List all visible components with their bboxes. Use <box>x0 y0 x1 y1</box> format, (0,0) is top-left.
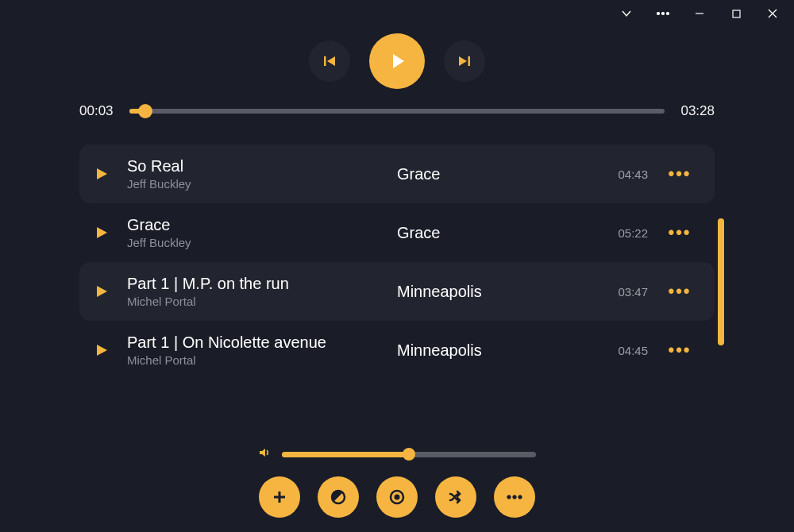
track-artist: Jeff Buckley <box>127 177 381 191</box>
total-time: 03:28 <box>680 103 715 119</box>
playlist: So Real Jeff Buckley Grace 04:43 ••• Gra… <box>79 145 715 421</box>
volume-thumb[interactable] <box>403 448 415 461</box>
play-button[interactable] <box>369 33 425 89</box>
svg-rect-7 <box>324 56 326 66</box>
shuffle-button[interactable] <box>435 476 476 518</box>
track-title: Grace <box>127 216 381 234</box>
track-more-button[interactable]: ••• <box>664 164 696 184</box>
effects-button[interactable] <box>318 476 359 518</box>
dropdown-button[interactable] <box>608 0 645 27</box>
seek-thumb[interactable] <box>138 104 152 118</box>
track-more-button[interactable]: ••• <box>664 222 696 243</box>
seek-track[interactable] <box>129 109 665 114</box>
svg-rect-10 <box>468 56 471 66</box>
next-button[interactable] <box>444 40 485 82</box>
play-icon[interactable] <box>92 167 111 181</box>
add-button[interactable] <box>259 476 300 518</box>
elapsed-time: 00:03 <box>79 103 114 119</box>
svg-marker-12 <box>97 168 107 179</box>
track-artist: Jeff Buckley <box>127 236 381 249</box>
svg-marker-11 <box>459 56 467 66</box>
svg-point-23 <box>518 495 522 499</box>
scrollbar-thumb[interactable] <box>718 218 724 345</box>
svg-marker-13 <box>97 227 107 238</box>
track-more-button[interactable]: ••• <box>664 281 696 302</box>
track-album: Minneapolis <box>397 283 602 301</box>
svg-point-20 <box>395 495 400 500</box>
bottom-toolbar <box>0 476 794 518</box>
window-close-button[interactable] <box>754 0 791 27</box>
track-duration: 03:47 <box>618 285 648 299</box>
play-icon[interactable] <box>92 343 111 357</box>
track-title: So Real <box>127 157 381 175</box>
window-minimize-button[interactable] <box>681 0 718 27</box>
app-menu-button[interactable] <box>645 0 681 27</box>
svg-rect-4 <box>733 10 740 17</box>
more-button[interactable] <box>494 476 535 518</box>
track-album: Grace <box>397 165 602 183</box>
window-titlebar <box>0 0 794 27</box>
seek-bar: 00:03 03:28 <box>79 103 715 119</box>
svg-point-1 <box>662 13 665 15</box>
svg-marker-8 <box>327 56 335 66</box>
volume-track[interactable] <box>282 452 536 457</box>
volume-icon <box>258 446 271 462</box>
track-meta: Part 1 | M.P. on the run Michel Portal <box>127 275 381 308</box>
svg-point-2 <box>667 13 669 15</box>
track-album: Grace <box>397 224 602 242</box>
window-maximize-button[interactable] <box>718 0 754 27</box>
svg-marker-14 <box>97 286 107 297</box>
track-meta: Part 1 | On Nicolette avenue Michel Port… <box>127 333 381 367</box>
track-duration: 05:22 <box>618 226 648 240</box>
track-album: Minneapolis <box>397 341 602 360</box>
svg-point-0 <box>657 13 660 15</box>
track-duration: 04:43 <box>618 168 648 181</box>
track-row[interactable]: Part 1 | M.P. on the run Michel Portal M… <box>79 262 715 321</box>
playlist-scrollbar[interactable] <box>718 218 724 345</box>
volume-control <box>0 446 794 462</box>
play-icon[interactable] <box>92 226 111 240</box>
svg-marker-15 <box>97 345 107 356</box>
svg-marker-9 <box>393 54 404 68</box>
track-artist: Michel Portal <box>127 353 381 367</box>
track-row[interactable]: Grace Jeff Buckley Grace 05:22 ••• <box>79 203 715 262</box>
track-row[interactable]: So Real Jeff Buckley Grace 04:43 ••• <box>79 145 715 203</box>
play-icon[interactable] <box>92 284 111 299</box>
track-artist: Michel Portal <box>127 295 381 308</box>
track-title: Part 1 | M.P. on the run <box>127 275 381 293</box>
previous-button[interactable] <box>309 40 350 82</box>
track-meta: So Real Jeff Buckley <box>127 157 381 191</box>
track-more-button[interactable]: ••• <box>664 340 696 360</box>
record-button[interactable] <box>376 476 418 518</box>
track-title: Part 1 | On Nicolette avenue <box>127 333 381 352</box>
svg-point-21 <box>507 495 511 499</box>
track-duration: 04:45 <box>618 344 648 357</box>
player-controls: 00:03 03:28 <box>0 27 794 119</box>
track-row[interactable]: Part 1 | On Nicolette avenue Michel Port… <box>79 321 715 380</box>
svg-point-22 <box>513 495 516 499</box>
track-meta: Grace Jeff Buckley <box>127 216 381 249</box>
